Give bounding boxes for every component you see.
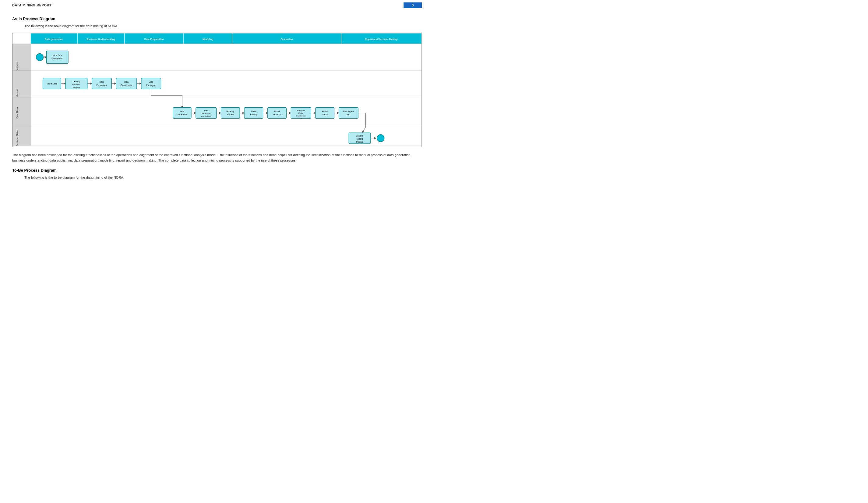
svg-text:Data generation: Data generation bbox=[45, 38, 63, 41]
svg-text:Validation: Validation bbox=[273, 113, 281, 115]
svg-text:Modeling: Modeling bbox=[203, 38, 213, 41]
svg-text:Report and Decision Making: Report and Decision Making bbox=[365, 38, 397, 41]
svg-text:Evaluation: Evaluation bbox=[280, 38, 293, 41]
svg-text:Packaging: Packaging bbox=[146, 84, 156, 87]
svg-text:Defining: Defining bbox=[73, 80, 80, 83]
svg-rect-37 bbox=[92, 78, 112, 89]
as-is-diagram: Data generation Business Understanding D… bbox=[12, 33, 422, 147]
as-is-title: As-Is Process Diagram bbox=[12, 17, 422, 21]
svg-text:Data: Data bbox=[124, 81, 128, 83]
svg-text:Problem: Problem bbox=[73, 87, 80, 89]
as-is-description: The following is the As-Is diagram for t… bbox=[24, 24, 422, 28]
svg-text:Separation: Separation bbox=[177, 113, 187, 116]
svg-text:and Defining: and Defining bbox=[201, 115, 211, 117]
report-title: DATA MINING REPORT bbox=[12, 3, 51, 7]
svg-rect-12 bbox=[12, 44, 31, 71]
svg-text:Development: Development bbox=[51, 57, 63, 60]
to-be-title: To-Be Process Diagram bbox=[12, 168, 422, 172]
svg-text:Data Report: Data Report bbox=[343, 110, 354, 113]
svg-text:Store Data: Store Data bbox=[47, 83, 57, 85]
svg-text:Data Miner: Data Miner bbox=[16, 107, 19, 118]
svg-text:Model: Model bbox=[275, 110, 280, 112]
svg-text:Micro Data: Micro Data bbox=[53, 54, 62, 57]
svg-text:Building: Building bbox=[250, 113, 257, 116]
svg-text:Model: Model bbox=[299, 112, 303, 114]
svg-rect-45 bbox=[141, 78, 161, 89]
svg-text:Decision Maker: Decision Maker bbox=[16, 130, 19, 146]
svg-rect-41 bbox=[116, 78, 137, 89]
svg-text:Data: Data bbox=[100, 81, 104, 83]
main-content: As-Is Process Diagram The following is t… bbox=[0, 10, 434, 185]
svg-text:Separation: Separation bbox=[202, 112, 210, 114]
svg-text:Preparation: Preparation bbox=[96, 84, 107, 87]
svg-point-87 bbox=[377, 134, 384, 142]
svg-text:Model: Model bbox=[251, 110, 257, 112]
svg-text:Classification: Classification bbox=[121, 84, 132, 86]
svg-text:Data: Data bbox=[204, 110, 208, 112]
svg-text:Modeling: Modeling bbox=[226, 110, 235, 113]
page-number: 3 bbox=[404, 2, 422, 8]
svg-rect-17 bbox=[31, 70, 422, 97]
svg-text:Process: Process bbox=[227, 113, 234, 115]
svg-text:Implementati: Implementati bbox=[296, 115, 306, 117]
svg-text:Sent: Sent bbox=[347, 113, 351, 115]
svg-text:Data: Data bbox=[149, 81, 153, 83]
to-be-description: The following is the to-be diagram for t… bbox=[24, 175, 422, 179]
svg-text:Monitor: Monitor bbox=[322, 113, 328, 115]
svg-point-24 bbox=[36, 54, 43, 61]
svg-rect-21 bbox=[12, 126, 31, 145]
svg-text:Result: Result bbox=[322, 110, 328, 112]
svg-text:Process: Process bbox=[356, 141, 363, 143]
svg-rect-18 bbox=[12, 97, 31, 126]
svg-text:Data: Data bbox=[180, 110, 184, 112]
page-header: DATA MINING REPORT 3 bbox=[0, 0, 434, 10]
diagram-svg: Data generation Business Understanding D… bbox=[12, 33, 422, 146]
svg-text:Business Understanding: Business Understanding bbox=[87, 38, 115, 41]
svg-rect-14 bbox=[31, 44, 422, 71]
svg-text:Predictive: Predictive bbox=[297, 109, 305, 111]
svg-text:Business: Business bbox=[72, 83, 80, 85]
svg-rect-15 bbox=[12, 70, 31, 97]
svg-text:Data Preparation: Data Preparation bbox=[144, 38, 164, 41]
body-paragraph-1: The diagram has been developed for the e… bbox=[12, 152, 422, 163]
svg-text:Decision: Decision bbox=[356, 135, 364, 137]
svg-text:Making: Making bbox=[356, 138, 363, 140]
svg-text:on: on bbox=[300, 117, 302, 119]
